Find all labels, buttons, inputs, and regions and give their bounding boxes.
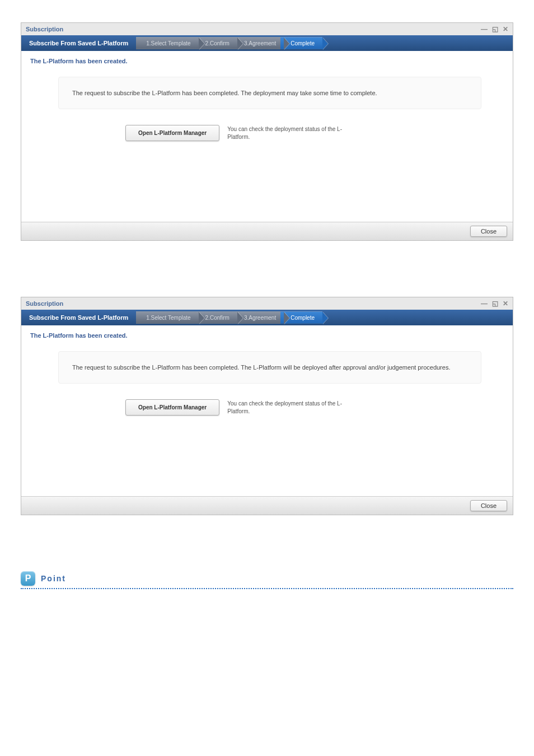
- maximize-icon[interactable]: ◱: [492, 25, 498, 33]
- content-area: The L-Platform has been created. The req…: [21, 325, 513, 496]
- subscription-window-1: Subscription — ◱ ✕ Subscribe From Saved …: [21, 22, 513, 241]
- point-heading: P Point: [21, 571, 513, 586]
- step-select-template: 1.Select Template: [136, 37, 198, 49]
- breadcrumb: 1.Select Template 2.Confirm 3.Agreement …: [136, 310, 319, 325]
- footer: Close: [21, 222, 513, 240]
- step-select-template: 1.Select Template: [136, 311, 198, 324]
- title-bar: Subscription — ◱ ✕: [21, 23, 513, 35]
- action-row: Open L-Platform Manager You can check th…: [125, 125, 504, 141]
- dotted-divider: [21, 588, 513, 589]
- title-bar: Subscription — ◱ ✕: [21, 297, 513, 310]
- toolbar: Subscribe From Saved L-Platform 1.Select…: [21, 35, 513, 51]
- maximize-icon[interactable]: ◱: [492, 300, 498, 307]
- completion-message: The request to subscribe the L-Platform …: [58, 77, 481, 109]
- close-icon[interactable]: ✕: [503, 300, 508, 307]
- footer: Close: [21, 496, 513, 515]
- status-heading: The L-Platform has been created.: [30, 58, 504, 64]
- open-lplatform-manager-button[interactable]: Open L-Platform Manager: [125, 399, 219, 416]
- window-title: Subscription: [26, 26, 63, 32]
- button-description: You can check the deployment status of t…: [227, 400, 350, 416]
- page-title: Subscribe From Saved L-Platform: [21, 314, 136, 321]
- subscription-window-2: Subscription — ◱ ✕ Subscribe From Saved …: [21, 297, 513, 515]
- content-area: The L-Platform has been created. The req…: [21, 51, 513, 222]
- point-label: Point: [41, 574, 66, 583]
- breadcrumb: 1.Select Template 2.Confirm 3.Agreement …: [136, 35, 319, 51]
- point-section: P Point: [21, 571, 513, 589]
- status-heading: The L-Platform has been created.: [30, 332, 504, 339]
- page-title: Subscribe From Saved L-Platform: [21, 40, 136, 46]
- window-title: Subscription: [26, 300, 63, 307]
- open-lplatform-manager-button[interactable]: Open L-Platform Manager: [125, 125, 219, 141]
- close-button[interactable]: Close: [470, 500, 507, 511]
- point-icon: P: [21, 571, 35, 586]
- action-row: Open L-Platform Manager You can check th…: [125, 399, 504, 416]
- button-description: You can check the deployment status of t…: [227, 125, 350, 141]
- completion-message: The request to subscribe the L-Platform …: [58, 351, 481, 384]
- minimize-icon[interactable]: —: [481, 300, 488, 307]
- toolbar: Subscribe From Saved L-Platform 1.Select…: [21, 310, 513, 325]
- minimize-icon[interactable]: —: [481, 25, 488, 33]
- close-icon[interactable]: ✕: [503, 25, 508, 33]
- close-button[interactable]: Close: [470, 226, 507, 237]
